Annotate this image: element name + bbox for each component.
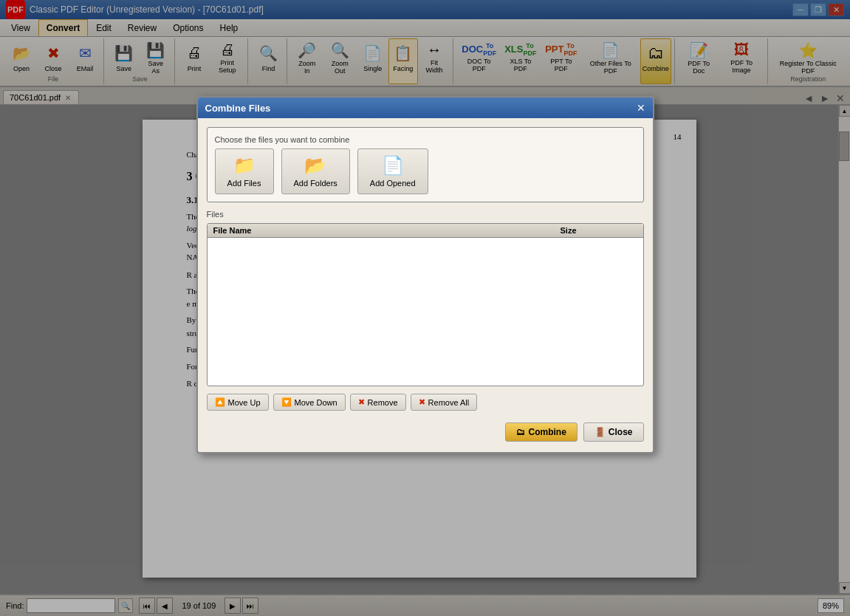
move-down-label: Move Down [295, 398, 337, 407]
add-buttons-row: 📁 Add Files 📂 Add Folders 📄 Add Opened [215, 148, 636, 194]
choose-files-section: Choose the files you want to combine 📁 A… [207, 127, 644, 202]
remove-all-button[interactable]: ✖ Remove All [411, 394, 478, 411]
close-dialog-button[interactable]: 🚪 Close [583, 422, 644, 442]
choose-files-label: Choose the files you want to combine [215, 135, 636, 144]
remove-icon: ✖ [358, 397, 365, 407]
modal-overlay: Combine Files ✕ Choose the files you wan… [0, 0, 850, 616]
files-section-label: Files [207, 210, 644, 219]
size-column-header: Size [555, 224, 643, 237]
add-files-icon: 📁 [233, 155, 256, 176]
move-up-label: Move Up [228, 398, 261, 407]
move-down-icon: 🔽 [281, 397, 292, 407]
remove-button[interactable]: ✖ Remove [350, 394, 406, 411]
dialog-body: Choose the files you want to combine 📁 A… [198, 118, 653, 452]
remove-label: Remove [368, 398, 398, 407]
move-down-button[interactable]: 🔽 Move Down [273, 394, 346, 411]
add-opened-label: Add Opened [370, 179, 416, 188]
add-files-button[interactable]: 📁 Add Files [215, 148, 274, 194]
close-dialog-label: Close [609, 427, 633, 437]
combine-final-button[interactable]: 🗂 Combine [505, 422, 577, 442]
filename-column-header: File Name [208, 224, 555, 237]
move-up-icon: 🔼 [215, 397, 225, 407]
combine-final-icon: 🗂 [516, 427, 525, 437]
files-list [208, 238, 643, 386]
add-opened-icon: 📄 [382, 155, 404, 176]
dialog-title: Combine Files [205, 103, 271, 114]
choose-files-box: Choose the files you want to combine 📁 A… [207, 127, 644, 202]
add-folders-label: Add Folders [294, 179, 337, 188]
files-table-header: File Name Size [208, 224, 643, 238]
remove-all-label: Remove All [428, 398, 470, 407]
files-action-buttons: 🔼 Move Up 🔽 Move Down ✖ Remove ✖ Remove … [207, 394, 644, 411]
dialog-title-bar: Combine Files ✕ [198, 97, 653, 118]
close-dialog-icon: 🚪 [594, 427, 606, 437]
add-folders-icon: 📂 [304, 155, 326, 176]
add-opened-button[interactable]: 📄 Add Opened [357, 148, 428, 194]
dialog-footer: 🗂 Combine 🚪 Close [207, 418, 644, 443]
dialog-close-x-button[interactable]: ✕ [637, 102, 645, 114]
files-section: Files File Name Size [207, 210, 644, 386]
add-folders-button[interactable]: 📂 Add Folders [281, 148, 350, 194]
combine-final-label: Combine [528, 427, 566, 437]
combine-dialog: Combine Files ✕ Choose the files you wan… [196, 96, 654, 454]
add-files-label: Add Files [227, 179, 261, 188]
move-up-button[interactable]: 🔼 Move Up [207, 394, 269, 411]
remove-all-icon: ✖ [419, 397, 425, 407]
files-list-container: File Name Size [207, 223, 644, 386]
